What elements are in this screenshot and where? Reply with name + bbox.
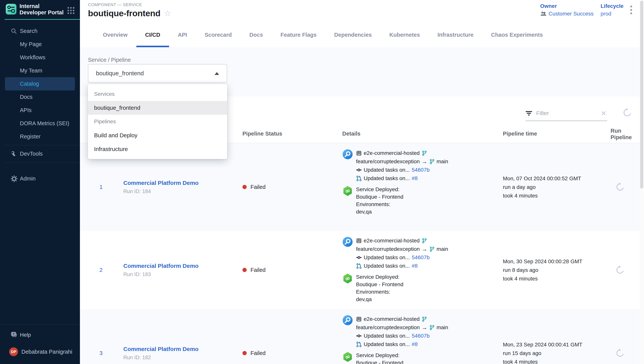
clear-filter-icon[interactable]: × <box>601 109 607 118</box>
target-branch: main <box>436 324 448 330</box>
tab-scorecard[interactable]: Scorecard <box>196 22 240 47</box>
run-duration: took 4 minutes <box>503 358 600 364</box>
run-duration: took 4 minutes <box>503 191 600 200</box>
filter-bar: × <box>526 106 607 121</box>
tab-overview[interactable]: Overview <box>94 22 136 47</box>
repository-icon <box>356 238 362 244</box>
sidebar-item-catalog[interactable]: Catalog <box>5 77 75 90</box>
pr-number-link[interactable]: #8 <box>412 263 418 269</box>
dropdown-option-boutique-frontend[interactable]: boutique_frontend <box>88 101 227 115</box>
git-commit-icon <box>356 333 362 339</box>
repository-icon <box>356 316 362 322</box>
run-number: 2 <box>80 267 115 273</box>
tab-chaos-experiments[interactable]: Chaos Experiments <box>482 22 552 47</box>
user-menu[interactable]: DP Debabrata Panigrahi <box>0 342 80 361</box>
sidebar-item-label: DORA Metrics (SEI) <box>20 120 69 126</box>
sidebar-item-register[interactable]: Register <box>0 130 80 143</box>
people-icon <box>540 11 547 16</box>
favorite-star-icon[interactable]: ☆ <box>164 9 171 18</box>
refresh-icon[interactable] <box>622 108 632 117</box>
environments-value: dev,qa <box>356 208 404 216</box>
arrow-right-icon: → <box>422 324 427 331</box>
cd-module-icon: ∞ <box>342 352 353 362</box>
tab-cicd[interactable]: CI/CD <box>136 22 169 47</box>
rerun-pipeline-icon[interactable] <box>615 182 624 192</box>
table-row: 3 Commercial Platform Demo Run ID: 182 F… <box>80 309 640 364</box>
dropdown-group-services: Services <box>88 87 227 101</box>
lifecycle-value: prod <box>600 11 611 17</box>
status-text: Failed <box>250 350 266 356</box>
sidebar-item-apis[interactable]: APIs <box>0 104 80 117</box>
service-pipeline-select[interactable]: boutique_frontend <box>88 64 227 83</box>
repo-name: e2e-commercial-hosted <box>364 238 420 244</box>
entity-tabs: Overview CI/CD API Scorecard Docs Featur… <box>80 22 644 47</box>
pipeline-link[interactable]: Commercial Platform Demo <box>123 346 198 352</box>
help-chat-icon: ? <box>10 331 18 338</box>
commit-sha-link[interactable]: 54607b <box>412 333 430 339</box>
column-header-run-pipeline: Run Pipeline <box>610 128 639 140</box>
git-branch-icon <box>429 325 434 330</box>
tab-api[interactable]: API <box>169 22 196 47</box>
scrollbar-track[interactable] <box>640 0 644 364</box>
more-options-icon[interactable] <box>630 5 632 16</box>
arrow-right-icon: → <box>422 246 427 252</box>
commit-sha-link[interactable]: 54607b <box>412 167 430 173</box>
tab-kubernetes[interactable]: Kubernetes <box>380 22 429 47</box>
sidebar-item-label: APIs <box>20 107 32 113</box>
run-id: Run ID: 184 <box>123 188 234 194</box>
rerun-pipeline-icon[interactable] <box>615 265 624 274</box>
pull-request-icon <box>356 342 362 347</box>
run-relative-time: run 8 days ago <box>503 266 600 274</box>
tab-dependencies[interactable]: Dependencies <box>326 22 381 47</box>
sidebar-accent-divider <box>4 19 80 20</box>
sidebar-item-dora-metrics[interactable]: DORA Metrics (SEI) <box>0 117 80 130</box>
tab-infrastructure[interactable]: Infrastructure <box>429 22 482 47</box>
pipeline-time-cell: Mon, 30 Sep 2024 00:00:28 GMT run 8 days… <box>496 257 600 283</box>
pipeline-name-cell: Commercial Platform Demo Run ID: 184 <box>115 180 234 194</box>
pr-message: Updated tasks on... <box>364 175 410 182</box>
help-button[interactable]: ? Help <box>0 328 80 342</box>
sidebar-item-my-page[interactable]: My Page <box>0 38 80 51</box>
select-value: boutique_frontend <box>96 70 214 77</box>
scrollbar-thumb[interactable] <box>640 1 643 188</box>
failed-status-dot <box>242 351 247 355</box>
sidebar-item-search[interactable]: Search <box>0 24 80 38</box>
tab-docs[interactable]: Docs <box>240 22 272 47</box>
sidebar-item-devtools[interactable]: DevTools <box>0 147 80 160</box>
sidebar-item-label: Search <box>20 28 38 34</box>
pipeline-link[interactable]: Commercial Platform Demo <box>123 180 198 186</box>
caret-up-icon <box>214 72 219 75</box>
sidebar-item-workflows[interactable]: Workflows <box>0 51 80 64</box>
dropdown-option-build-and-deploy[interactable]: Build and Deploy <box>88 128 227 142</box>
sidebar-item-label: My Page <box>20 41 42 48</box>
rerun-pipeline-icon[interactable] <box>615 348 624 358</box>
dropdown-option-infrastructure[interactable]: Infrastructure <box>88 142 227 156</box>
filter-input[interactable] <box>536 110 598 116</box>
deployed-label: Service Deployed: <box>356 273 404 281</box>
sidebar-item-docs[interactable]: Docs <box>0 90 80 104</box>
avatar: DP <box>9 347 18 356</box>
column-header-pipeline-time: Pipeline time <box>503 130 537 137</box>
status-cell: Failed <box>234 184 334 190</box>
lifecycle-block: Lifecycle prod <box>600 3 624 17</box>
source-branch: feature/corruptedexception <box>356 324 420 330</box>
cicd-panel: Service / Pipeline boutique_frontend × P… <box>80 47 640 364</box>
commit-message: Updated tasks on... <box>364 167 410 173</box>
deployed-label: Service Deployed: <box>356 352 404 359</box>
status-cell: Failed <box>234 267 334 273</box>
owner-link[interactable]: Customer Success <box>548 11 594 17</box>
pipeline-link[interactable]: Commercial Platform Demo <box>123 263 198 269</box>
git-branch-icon <box>422 316 427 322</box>
commit-sha-link[interactable]: 54607b <box>412 254 430 260</box>
sidebar-item-my-team[interactable]: My Team <box>0 64 80 77</box>
apps-grid-icon[interactable] <box>67 6 75 14</box>
sidebar-item-label: DevTools <box>20 151 43 157</box>
sidebar-item-admin[interactable]: Admin <box>0 172 80 185</box>
tab-feature-flags[interactable]: Feature Flags <box>272 22 326 47</box>
pr-number-link[interactable]: #8 <box>412 341 418 347</box>
pr-number-link[interactable]: #8 <box>412 175 418 182</box>
deployed-label: Service Deployed: <box>356 186 404 193</box>
gear-icon <box>11 175 18 182</box>
pull-request-icon <box>356 176 362 181</box>
environments-label: Environments: <box>356 288 404 296</box>
